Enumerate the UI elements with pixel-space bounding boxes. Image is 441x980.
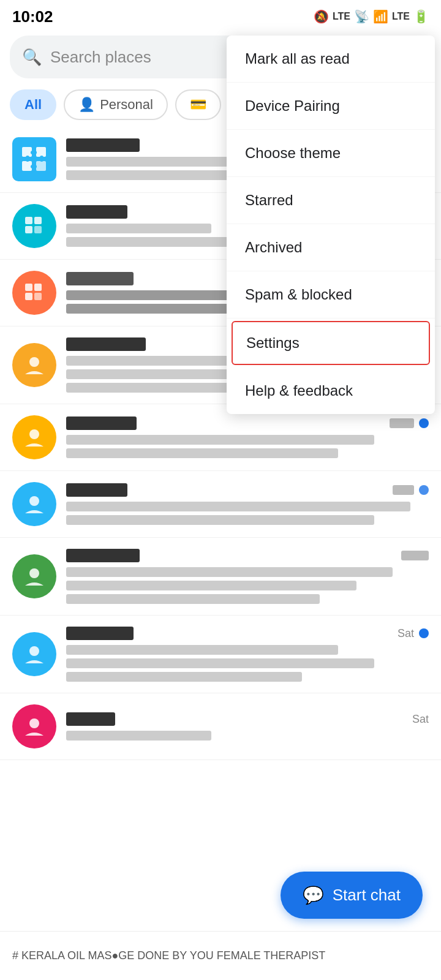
avatar-2 <box>12 204 56 248</box>
tab-personal[interactable]: 👤 Personal <box>64 89 168 120</box>
svg-rect-6 <box>31 165 37 168</box>
menu-item-spam-blocked[interactable]: Spam & blocked <box>227 271 435 318</box>
chat-name-9 <box>66 712 115 726</box>
chat-preview-3b <box>66 304 247 314</box>
chat-time-7 <box>401 551 429 560</box>
bottom-marquee-text: # KERALA OIL MAS●GE DONE BY YOU FEMALE T… <box>12 949 429 962</box>
avatar-7 <box>12 554 56 598</box>
svg-rect-1 <box>22 161 32 171</box>
chat-meta-5 <box>390 418 429 428</box>
chat-time-5 <box>390 418 414 428</box>
svg-rect-5 <box>26 156 29 162</box>
avatar-icon-3 <box>22 281 47 305</box>
signal-icon: 📶 <box>373 9 388 24</box>
chat-name-row-5 <box>66 417 429 430</box>
chat-name-row-6 <box>66 483 429 497</box>
avatar-icon-6 <box>22 492 47 516</box>
chat-content-8: Sat <box>66 627 429 682</box>
svg-rect-10 <box>25 226 32 233</box>
status-icons: 🔕 LTE 📡 📶 LTE 🔋 <box>314 9 429 24</box>
fab-label: Start chat <box>333 886 401 905</box>
svg-rect-8 <box>25 217 32 224</box>
wifi-icon: 📡 <box>354 9 369 24</box>
menu-label-choose-theme: Choose theme <box>245 145 341 161</box>
chat-name-2 <box>66 205 127 219</box>
svg-rect-2 <box>36 147 46 157</box>
battery-icon: 🔋 <box>413 9 429 24</box>
chat-item-8[interactable]: Sat <box>0 616 441 693</box>
menu-item-settings[interactable]: Settings <box>232 321 430 365</box>
avatar-1 <box>12 137 56 181</box>
menu-item-help-feedback[interactable]: Help & feedback <box>227 368 435 414</box>
chat-preview-8c <box>66 672 302 682</box>
svg-point-18 <box>29 496 39 506</box>
chat-preview-2a <box>66 224 211 233</box>
chat-item-9[interactable]: Sat <box>0 693 441 760</box>
chat-name-row-8: Sat <box>66 627 429 640</box>
chat-name-6 <box>66 483 127 497</box>
lte2-icon: LTE <box>392 11 410 22</box>
svg-rect-0 <box>22 147 32 157</box>
avatar-icon-4 <box>22 353 47 377</box>
menu-item-mark-all-read[interactable]: Mark all as read <box>227 36 435 83</box>
tab-personal-label: Personal <box>100 97 153 113</box>
tab-all[interactable]: All <box>10 89 56 120</box>
chat-preview-5a <box>66 435 374 445</box>
avatar-icon-2 <box>22 214 47 238</box>
svg-point-16 <box>29 357 39 367</box>
chat-name-5 <box>66 417 137 430</box>
mute-icon: 🔕 <box>314 9 329 24</box>
menu-label-help-feedback: Help & feedback <box>245 382 353 399</box>
unread-dot-8 <box>419 628 429 638</box>
svg-point-20 <box>29 646 39 656</box>
chat-name-row-9: Sat <box>66 712 429 726</box>
chat-time-9: Sat <box>412 713 429 726</box>
chat-time-8: Sat <box>398 627 414 640</box>
search-placeholder: Search places <box>50 48 151 67</box>
menu-item-starred[interactable]: Starred <box>227 177 435 224</box>
menu-item-archived[interactable]: Archived <box>227 224 435 271</box>
svg-rect-4 <box>31 151 37 154</box>
chat-preview-6a <box>66 502 410 511</box>
menu-label-device-pairing: Device Pairing <box>245 97 340 114</box>
chat-meta-6 <box>393 485 429 495</box>
chat-name-8 <box>66 627 134 640</box>
svg-point-17 <box>29 429 39 439</box>
avatar-3 <box>12 271 56 315</box>
chat-preview-6b <box>66 515 374 525</box>
svg-point-21 <box>29 718 39 728</box>
svg-rect-3 <box>36 161 46 171</box>
puzzle-icon-1 <box>19 144 50 175</box>
menu-label-spam-blocked: Spam & blocked <box>245 286 352 303</box>
bottom-bar: # KERALA OIL MAS●GE DONE BY YOU FEMALE T… <box>0 931 441 980</box>
chat-content-5 <box>66 417 429 458</box>
menu-item-choose-theme[interactable]: Choose theme <box>227 130 435 177</box>
tab-all-label: All <box>24 97 42 113</box>
person-icon: 👤 <box>78 97 95 113</box>
avatar-8 <box>12 632 56 676</box>
lte-icon: LTE <box>333 11 350 22</box>
chat-time-6 <box>393 485 414 495</box>
menu-item-device-pairing[interactable]: Device Pairing <box>227 83 435 130</box>
chat-item-7[interactable] <box>0 538 441 616</box>
avatar-6 <box>12 482 56 526</box>
chat-preview-7b <box>66 581 356 590</box>
menu-label-mark-all-read: Mark all as read <box>245 50 350 67</box>
chat-name-7 <box>66 549 140 562</box>
chat-item-6[interactable] <box>0 471 441 538</box>
chat-content-9: Sat <box>66 712 429 741</box>
svg-rect-11 <box>34 226 42 233</box>
chat-preview-5b <box>66 448 338 458</box>
chat-preview-7c <box>66 594 320 604</box>
chat-name-1 <box>66 138 140 152</box>
chat-preview-8b <box>66 658 374 668</box>
start-chat-fab[interactable]: 💬 Start chat <box>281 872 423 919</box>
chat-preview-8a <box>66 645 338 655</box>
chat-name-4 <box>66 337 146 351</box>
menu-label-starred: Starred <box>245 192 293 208</box>
menu-label-settings: Settings <box>246 334 300 351</box>
tab-payments[interactable]: 💳 <box>175 89 221 120</box>
dropdown-menu: Mark all as read Device Pairing Choose t… <box>227 36 435 414</box>
chat-item-5[interactable] <box>0 404 441 471</box>
avatar-9 <box>12 704 56 748</box>
